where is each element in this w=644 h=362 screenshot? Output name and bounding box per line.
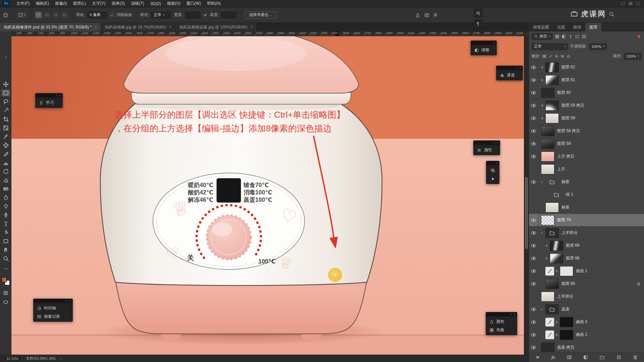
foreground-color-swatch[interactable] — [2, 277, 7, 282]
filter-smart-objects-icon[interactable] — [582, 34, 586, 39]
delete-layer-icon[interactable] — [633, 355, 638, 360]
layer-row-图层 70[interactable]: 图层 70 — [529, 214, 644, 227]
feather-input[interactable]: 0 像素 — [87, 12, 107, 18]
clone-stamp-tool[interactable] — [1, 159, 10, 166]
canvas-vertical-scrollbar[interactable] — [524, 36, 529, 355]
panel-tab-路径[interactable]: 路径 — [569, 23, 585, 32]
menu-item-2[interactable]: 图像(I) — [52, 0, 70, 7]
eyedropper-tool[interactable] — [1, 133, 10, 140]
fill-select[interactable]: 100%▾ — [624, 53, 641, 60]
color-swatches-dock[interactable]: »× 颜色 色板 — [486, 312, 517, 335]
layer-row-图层 62[interactable]: 8图层 62 — [529, 61, 644, 74]
menu-item-1[interactable]: 编辑(E) — [33, 0, 52, 7]
layer-row-图层 59 拷贝[interactable]: 8图层 59 拷贝 — [529, 99, 644, 112]
panel-tab-图层[interactable]: 图层 — [585, 23, 601, 32]
style-select[interactable]: 正常▾ — [151, 12, 171, 18]
crop-tool[interactable] — [1, 116, 10, 122]
layer-thumbnail[interactable] — [545, 279, 559, 289]
close-tab-icon[interactable]: × — [251, 25, 253, 29]
collapse-icon[interactable]: » — [511, 313, 512, 316]
eraser-tool[interactable] — [1, 177, 10, 183]
curves-adjustment-icon[interactable] — [545, 330, 554, 339]
visibility-eye-icon[interactable] — [529, 303, 538, 315]
collapse-icon[interactable]: » — [493, 41, 495, 45]
layer-thumbnail[interactable] — [541, 88, 554, 98]
visibility-eye-icon[interactable] — [529, 112, 538, 124]
visibility-eye-icon[interactable] — [529, 316, 538, 328]
minimize-icon[interactable] — [629, 2, 632, 5]
filter-shape-layers-icon[interactable] — [575, 34, 580, 39]
layer-row-图层 58 拷贝[interactable]: 图层 58 拷贝 — [529, 125, 644, 137]
collapse-icon[interactable]: » — [493, 141, 495, 144]
close-tab-icon[interactable]: × — [169, 25, 171, 29]
playback-dock[interactable]: » — [486, 161, 499, 184]
properties-panel[interactable]: »× 属性 — [473, 140, 500, 155]
layer-filter-type-select[interactable]: 类型 ▾ — [532, 33, 552, 40]
layer-thumbnail[interactable] — [550, 253, 563, 263]
visibility-eye-icon[interactable] — [529, 99, 538, 112]
layer-thumbnail[interactable] — [545, 101, 559, 111]
layer-thumbnail[interactable] — [541, 126, 554, 136]
menu-item-3[interactable]: 图层(L) — [70, 0, 89, 7]
move-tool[interactable] — [1, 81, 10, 87]
learn-panel[interactable]: »× 学习 — [35, 93, 63, 108]
layer-row-图层 66[interactable]: 8图层 66 — [529, 252, 644, 265]
layer-thumbnail[interactable] — [550, 241, 563, 251]
home-icon[interactable] — [3, 12, 8, 18]
visibility-empty[interactable] — [529, 290, 538, 303]
visibility-empty[interactable] — [529, 163, 538, 175]
layer-row-底座 拷贝[interactable]: 底座 拷贝 — [529, 341, 644, 352]
menu-item-9[interactable]: 窗口(W) — [183, 0, 204, 7]
collapse-icon[interactable]: » — [66, 299, 68, 303]
new-adjustment-layer-icon[interactable] — [583, 355, 588, 360]
layer-row-组 1[interactable]: ›组 1 — [529, 188, 644, 201]
layer-row-曲线 1[interactable]: 8曲线 1 — [529, 265, 644, 278]
filter-toggle[interactable] — [637, 34, 641, 39]
visibility-eye-icon[interactable] — [529, 61, 538, 73]
menu-item-5[interactable]: 选择(S) — [108, 0, 128, 7]
layer-row-上半部分[interactable]: ∨上半部分 — [529, 227, 644, 239]
close-icon[interactable]: × — [69, 299, 71, 303]
document-canvas[interactable]: ♕ ♡ ♡ ♕ 暖奶40℃ 酸奶42℃ 解冻46℃ 辅食70℃ 消毒100℃ 蒸… — [11, 36, 524, 355]
new-selection-button[interactable] — [35, 12, 42, 18]
menu-item-8[interactable]: 视图(V) — [164, 0, 183, 7]
filter-type-layers-icon[interactable] — [568, 34, 573, 39]
visibility-eye-icon[interactable] — [529, 74, 538, 86]
layer-thumbnail[interactable] — [541, 139, 554, 149]
healing-brush-tool[interactable] — [1, 142, 10, 148]
collapse-icon[interactable]: » — [56, 94, 58, 97]
edit-toolbar-icon[interactable] — [0, 266, 11, 272]
layer-style-icon[interactable]: fx — [551, 355, 555, 360]
add-layer-mask-icon[interactable] — [567, 355, 572, 360]
width-input[interactable] — [185, 12, 201, 18]
height-input[interactable] — [221, 12, 236, 18]
magic-wand-tool[interactable] — [1, 107, 10, 114]
layer-row-底座[interactable]: ∨底座 — [529, 303, 644, 316]
group-expander-icon[interactable]: ∨ — [540, 231, 544, 235]
group-folder-icon[interactable] — [550, 190, 563, 200]
screen-mode-icon[interactable] — [0, 300, 11, 305]
layer-thumbnail[interactable] — [541, 292, 554, 302]
layer-row-图层 61[interactable]: 8图层 61 — [529, 74, 644, 86]
visibility-eye-icon[interactable] — [529, 150, 538, 163]
lock-pixels-icon[interactable] — [548, 54, 552, 58]
workspace-icon[interactable] — [424, 13, 429, 18]
channels-panel[interactable]: »× 通道 — [496, 66, 523, 80]
group-folder-icon[interactable] — [545, 228, 559, 238]
layer-thumbnail[interactable] — [541, 343, 554, 352]
layer-row-上方[interactable]: 上方 — [529, 163, 644, 176]
antialias-checkbox[interactable] — [110, 13, 114, 17]
close-icon[interactable]: × — [59, 94, 61, 97]
layer-row-上方 拷贝[interactable]: 上方 拷贝 — [529, 150, 644, 163]
visibility-eye-icon[interactable] — [529, 125, 538, 137]
layer-row-上半部分[interactable]: 上半部分 — [529, 290, 644, 303]
layer-mask-thumbnail[interactable] — [560, 266, 573, 276]
layer-thumbnail[interactable] — [541, 164, 554, 174]
link-layers-icon[interactable] — [535, 355, 540, 360]
visibility-empty[interactable] — [529, 188, 538, 201]
shape-tool[interactable] — [1, 238, 10, 244]
layer-row-曲线 2[interactable]: 8曲线 2 — [529, 328, 644, 341]
blend-mode-select[interactable]: 正常▾ — [532, 43, 568, 50]
menu-item-4[interactable]: 文字(Y) — [89, 0, 108, 7]
visibility-empty[interactable] — [529, 201, 538, 214]
